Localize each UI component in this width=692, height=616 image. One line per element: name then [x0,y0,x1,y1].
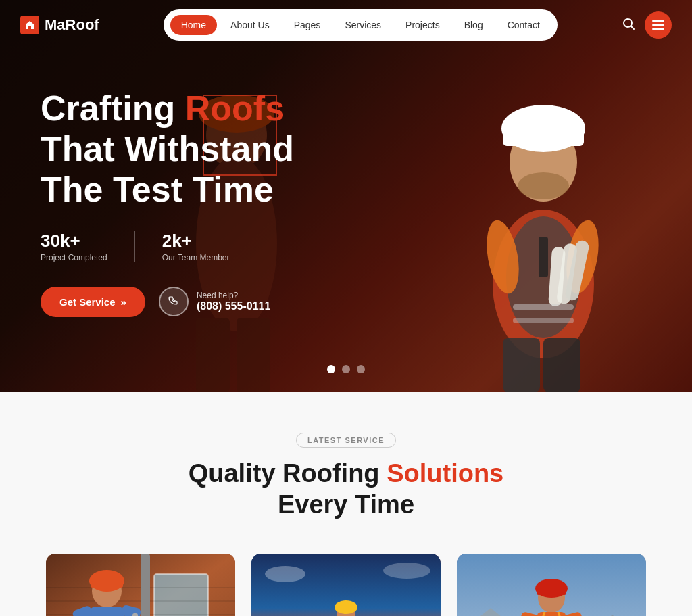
svg-rect-38 [90,607,124,616]
nav-item-about[interactable]: About Us [220,15,280,35]
svg-rect-13 [543,338,580,392]
svg-rect-6 [503,127,584,146]
dot-1[interactable] [327,365,335,373]
section-title-part1: Quality Roofing [189,459,380,488]
svg-rect-12 [503,338,540,392]
hero: MaRoof Home About Us Pages Services Proj… [0,0,692,392]
search-button[interactable] [622,17,635,34]
latest-service-badge: LATEST SERVICE [296,433,396,448]
menu-button[interactable] [645,11,672,39]
section-title: Quality Roofing Solutions Every Time [41,458,651,520]
hero-title-line2: That Withstand [41,129,294,168]
stat-team: 2k+ Our Team Member [162,231,230,262]
svg-rect-2 [539,237,548,277]
service-card-2[interactable] [251,554,441,616]
hero-dots [327,365,365,373]
nav-item-services[interactable]: Services [334,15,392,35]
service-card-1[interactable] [46,554,235,616]
svg-line-22 [631,26,634,29]
dot-2[interactable] [342,365,350,373]
hero-title-roofs: Roofs [185,89,285,128]
svg-rect-23 [652,20,664,22]
stat-divider [134,231,135,262]
stat-team-number: 2k+ [162,231,230,252]
svg-point-60 [265,566,305,582]
hero-title: Crafting Roofs That Withstand The Test T… [41,89,311,210]
svg-rect-72 [537,612,566,616]
navbar: MaRoof Home About Us Pages Services Proj… [0,0,692,50]
service-cards-container [41,554,651,616]
svg-rect-71 [537,588,566,595]
nav-item-contact[interactable]: Contact [497,15,551,35]
svg-rect-14 [513,304,574,310]
nav-menu: Home About Us Pages Services Projects Bl… [164,9,558,41]
phone-label: Need help? [197,291,270,300]
nav-item-pages[interactable]: Pages [283,15,332,35]
get-service-arrow: » [121,296,126,308]
hero-actions: Get Service » Need help? (808) 555-0111 [41,287,311,317]
phone-info: Need help? (808) 555-0111 [197,291,270,312]
phone-group: Need help? (808) 555-0111 [159,287,270,316]
stat-projects-label: Project Completed [41,253,107,262]
section-title-part2: Every Time [278,490,414,519]
stat-team-label: Our Team Member [162,253,230,262]
svg-point-4 [518,172,569,199]
svg-point-61 [383,563,430,579]
stat-projects: 30k+ Project Completed [41,231,107,262]
svg-rect-24 [652,24,664,26]
stat-projects-number: 30k+ [41,231,107,252]
phone-button[interactable] [159,287,189,316]
svg-rect-37 [91,581,123,588]
get-service-label: Get Service [59,296,116,308]
nav-item-blog[interactable]: Blog [453,15,494,35]
services-section: LATEST SERVICE Quality Roofing Solutions… [0,392,692,616]
svg-rect-28 [154,574,208,616]
hero-worker-illustration [435,14,651,392]
logo-icon [20,16,39,34]
phone-number: (808) 555-0111 [197,300,270,312]
svg-rect-25 [652,28,664,30]
hero-title-line3: The Test Time [41,170,274,209]
get-service-button[interactable]: Get Service » [41,287,145,317]
svg-point-53 [335,600,357,614]
logo[interactable]: MaRoof [20,16,99,34]
hero-stats: 30k+ Project Completed 2k+ Our Team Memb… [41,231,311,262]
logo-text: MaRoof [45,16,99,34]
nav-item-projects[interactable]: Projects [395,15,451,35]
dot-3[interactable] [357,365,365,373]
nav-item-home[interactable]: Home [170,15,217,35]
svg-rect-34 [141,554,150,616]
section-title-solutions: Solutions [387,459,503,488]
nav-actions [622,11,672,39]
service-card-3[interactable] [457,554,646,616]
hero-content: Crafting Roofs That Withstand The Test T… [0,0,351,392]
svg-rect-15 [513,318,574,323]
hero-title-line1: Crafting [41,89,175,128]
